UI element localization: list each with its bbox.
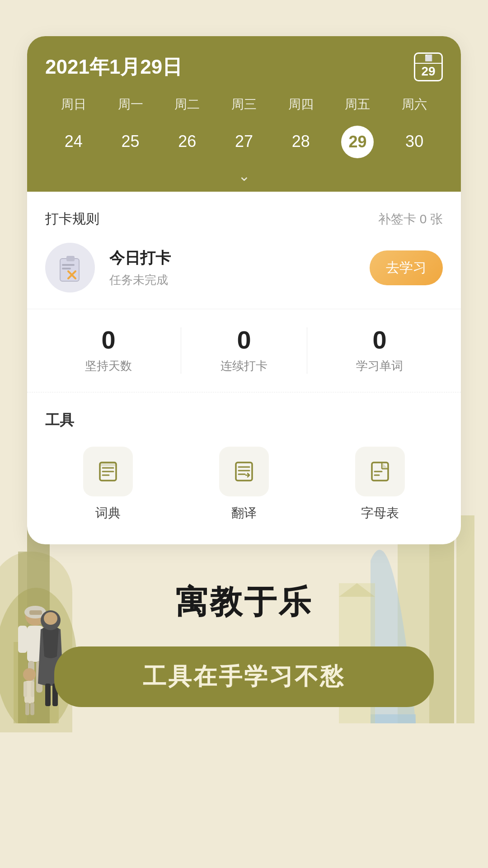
tool-alphabet-label: 字母表 — [361, 505, 399, 522]
tools-grid: 词典 翻译 — [45, 447, 443, 522]
alphabet-icon — [368, 460, 392, 483]
stat-streak-number: 0 — [181, 327, 307, 353]
tagline-sub-button[interactable]: 工具在手学习不愁 — [54, 646, 434, 707]
date-24[interactable]: 24 — [45, 126, 102, 158]
calendar-icon-number: 29 — [421, 64, 435, 79]
go-study-button[interactable]: 去学习 — [370, 250, 443, 285]
stat-persist-number: 0 — [45, 327, 172, 353]
bottom-section: 寓教于乐 工具在手学习不愁 — [27, 544, 461, 734]
date-26[interactable]: 26 — [159, 126, 216, 158]
stat-words-label: 学习单词 — [316, 358, 443, 374]
app-card: 2021年1月29日 ⬜ 29 周日 周一 周二 周三 周四 周五 周六 24 … — [27, 36, 461, 544]
tool-dictionary[interactable]: 词典 — [45, 447, 170, 522]
stat-streak: 0 连续打卡 — [181, 327, 307, 374]
checkin-main-row: 今日打卡 任务未完成 去学习 — [45, 243, 443, 292]
tagline-main-text: 寓教于乐 — [54, 580, 434, 624]
checkin-task-status: 任务未完成 — [109, 272, 355, 288]
calendar-icon-top-bar: ⬜ — [415, 55, 441, 64]
week-label-fri: 周五 — [329, 92, 386, 117]
tools-section-title: 工具 — [45, 410, 443, 430]
checkin-rules-label[interactable]: 打卡规则 — [45, 210, 99, 228]
tools-section: 工具 词典 — [27, 392, 461, 544]
checkin-top-row: 打卡规则 补签卡 0 张 — [45, 210, 443, 228]
tool-translate[interactable]: 翻译 — [181, 447, 306, 522]
stats-section: 0 坚持天数 0 连续打卡 0 学习单词 — [27, 309, 461, 392]
stat-words: 0 学习单词 — [316, 327, 443, 374]
svg-rect-31 — [62, 264, 75, 266]
date-30[interactable]: 30 — [386, 126, 443, 158]
calendar-expand-btn[interactable]: ⌄ — [45, 163, 443, 192]
svg-rect-32 — [62, 268, 71, 269]
calendar-dates-row: 24 25 26 27 28 29 30 — [45, 117, 443, 163]
stats-row: 0 坚持天数 0 连续打卡 0 学习单词 — [45, 327, 443, 374]
calendar-title-row: 2021年1月29日 ⬜ 29 — [45, 52, 443, 81]
calendar-title: 2021年1月29日 — [45, 54, 182, 80]
main-container: 2021年1月29日 ⬜ 29 周日 周一 周二 周三 周四 周五 周六 24 … — [0, 0, 488, 734]
checkin-section: 打卡规则 补签卡 0 张 — [27, 192, 461, 309]
stat-streak-label: 连续打卡 — [181, 358, 307, 374]
calendar-header: 2021年1月29日 ⬜ 29 周日 周一 周二 周三 周四 周五 周六 24 … — [27, 36, 461, 192]
date-28[interactable]: 28 — [272, 126, 329, 158]
tool-translate-label: 翻译 — [231, 505, 257, 522]
svg-rect-40 — [236, 462, 252, 481]
stat-persist-label: 坚持天数 — [45, 358, 172, 374]
tool-dictionary-label: 词典 — [95, 505, 121, 522]
week-label-sun: 周日 — [45, 92, 102, 117]
date-25[interactable]: 25 — [102, 126, 159, 158]
week-label-sat: 周六 — [386, 92, 443, 117]
svg-rect-30 — [66, 256, 75, 261]
date-27[interactable]: 27 — [216, 126, 272, 158]
calendar-icon[interactable]: ⬜ 29 — [414, 52, 443, 81]
translate-icon — [232, 460, 256, 483]
stat-words-number: 0 — [316, 327, 443, 353]
expand-arrow-icon: ⌄ — [238, 167, 250, 184]
supplement-card-info: 补签卡 0 张 — [378, 211, 443, 228]
week-label-mon: 周一 — [102, 92, 159, 117]
tool-translate-icon-wrap — [219, 447, 269, 496]
checkin-icon-wrap — [45, 243, 95, 292]
date-29-selected[interactable]: 29 — [341, 126, 374, 158]
week-label-wed: 周三 — [216, 92, 272, 117]
tool-alphabet-icon-wrap — [355, 447, 405, 496]
checkin-clipboard-icon — [56, 253, 85, 283]
week-labels-row: 周日 周一 周二 周三 周四 周五 周六 — [45, 92, 443, 117]
stat-persist-days: 0 坚持天数 — [45, 327, 172, 374]
checkin-text-block: 今日打卡 任务未完成 — [109, 248, 355, 288]
week-label-thu: 周四 — [272, 92, 329, 117]
tool-alphabet[interactable]: 字母表 — [318, 447, 443, 522]
checkin-today-label: 今日打卡 — [109, 248, 355, 269]
week-label-tue: 周二 — [159, 92, 216, 117]
dictionary-icon — [96, 460, 120, 483]
tool-dictionary-icon-wrap — [83, 447, 133, 496]
svg-rect-39 — [100, 462, 116, 466]
